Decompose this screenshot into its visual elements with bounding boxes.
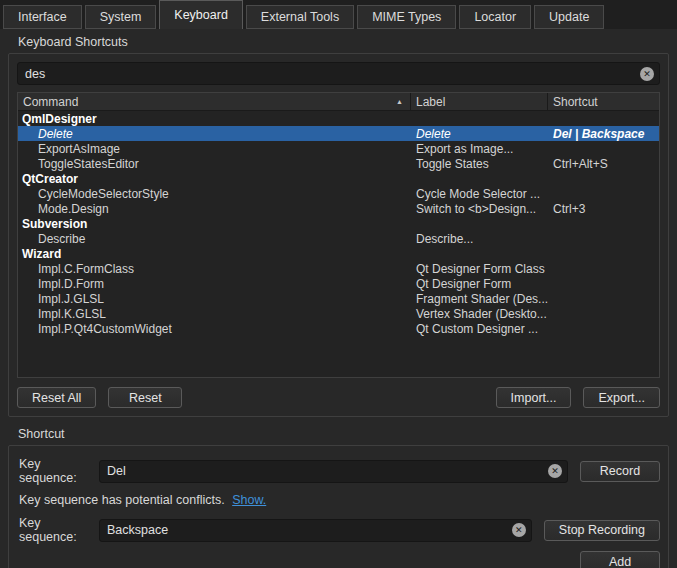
shortcut-group-frame: Key sequence: ✕ Record Key sequence has … [8, 445, 669, 568]
tab-keyboard[interactable]: Keyboard [159, 0, 243, 29]
cell-shortcut: Ctrl+Alt+S [548, 157, 659, 171]
key-sequence-label-1: Key sequence: [17, 457, 99, 485]
key-sequence-wrap-2: ✕ [99, 519, 532, 542]
clear-search-icon[interactable]: ✕ [640, 67, 654, 81]
column-header-command-label: Command [23, 95, 78, 109]
shortcut-group-title: Shortcut [8, 425, 669, 445]
conflict-warning: Key sequence has potential conflicts. Sh… [17, 485, 660, 513]
export-button[interactable]: Export... [583, 387, 660, 408]
stop-recording-button[interactable]: Stop Recording [544, 520, 660, 541]
table-row[interactable]: DescribeDescribe... [18, 231, 659, 246]
conflict-warning-text: Key sequence has potential conflicts. [19, 493, 225, 507]
table-row[interactable]: Impl.P.Qt4CustomWidgetQt Custom Designer… [18, 321, 659, 336]
column-header-shortcut[interactable]: Shortcut [548, 93, 659, 110]
column-header-shortcut-label: Shortcut [553, 95, 598, 109]
cell-command: Impl.C.FormClass [18, 262, 411, 276]
cell-command: Impl.J.GLSL [18, 292, 411, 306]
tab-external-tools[interactable]: External Tools [246, 5, 354, 29]
table-row[interactable]: Mode.DesignSwitch to <b>Design...Ctrl+3 [18, 201, 659, 216]
table-row[interactable]: Impl.D.FormQt Designer Form [18, 276, 659, 291]
clear-key-sequence-icon-1[interactable]: ✕ [548, 464, 562, 478]
cell-label: Toggle States [411, 157, 548, 171]
cell-shortcut: Del | Backspace [548, 127, 659, 141]
key-sequence-input-1[interactable] [99, 460, 568, 483]
cell-label: Fragment Shader (Des... [411, 292, 548, 306]
column-header-label-label: Label [416, 95, 445, 109]
table-row[interactable]: CycleModeSelectorStyleCycle Mode Selecto… [18, 186, 659, 201]
table-row[interactable]: Impl.J.GLSLFragment Shader (Des... [18, 291, 659, 306]
shortcuts-table-header: Command ▲ Label Shortcut [18, 93, 659, 111]
table-buttons-row: Reset All Reset Import... Export... [17, 387, 660, 408]
cell-label: Delete [411, 127, 548, 141]
cell-command: Impl.D.Form [18, 277, 411, 291]
cell-label: Switch to <b>Design... [411, 202, 548, 216]
add-button-row: Add [17, 551, 660, 568]
cell-command: Impl.P.Qt4CustomWidget [18, 322, 411, 336]
tab-locator[interactable]: Locator [459, 5, 531, 29]
table-row[interactable]: Impl.C.FormClassQt Designer Form Class [18, 261, 659, 276]
cell-shortcut: Ctrl+3 [548, 202, 659, 216]
cell-label: Vertex Shader (Deskto... [411, 307, 548, 321]
cell-command: Impl.K.GLSL [18, 307, 411, 321]
cell-command: Delete [18, 127, 411, 141]
keyboard-shortcuts-groupbox: Keyboard Shortcuts ✕ Command ▲ Label Sho… [8, 33, 669, 417]
key-sequence-row-1: Key sequence: ✕ Record [17, 457, 660, 485]
keyboard-shortcuts-frame: ✕ Command ▲ Label Shortcut QmlDesignerDe… [8, 53, 669, 417]
cell-command: Mode.Design [18, 202, 411, 216]
tab-interface[interactable]: Interface [3, 5, 82, 29]
key-sequence-row-2: Key sequence: ✕ Stop Recording [17, 516, 660, 544]
cell-label: Export as Image... [411, 142, 548, 156]
reset-button[interactable]: Reset [108, 387, 182, 408]
key-sequence-wrap-1: ✕ [99, 460, 568, 483]
cell-command: ToggleStatesEditor [18, 157, 411, 171]
column-header-command[interactable]: Command ▲ [18, 93, 411, 110]
cell-command: Wizard [18, 247, 411, 261]
preferences-dialog: InterfaceSystemKeyboardExternal ToolsMIM… [0, 0, 677, 568]
tab-system[interactable]: System [85, 5, 157, 29]
show-conflicts-link[interactable]: Show. [232, 493, 266, 507]
table-group-row[interactable]: QmlDesigner [18, 111, 659, 126]
column-header-label[interactable]: Label [411, 93, 548, 110]
cell-command: CycleModeSelectorStyle [18, 187, 411, 201]
table-row[interactable]: Impl.K.GLSLVertex Shader (Deskto... [18, 306, 659, 321]
cell-label: Cycle Mode Selector ... [411, 187, 548, 201]
buttons-spacer [194, 387, 483, 408]
table-group-row[interactable]: Subversion [18, 216, 659, 231]
cell-label: Describe... [411, 232, 548, 246]
shortcut-filter-wrap: ✕ [17, 62, 660, 85]
reset-all-button[interactable]: Reset All [17, 387, 96, 408]
keyboard-shortcuts-title: Keyboard Shortcuts [8, 33, 669, 53]
settings-tabbar: InterfaceSystemKeyboardExternal ToolsMIM… [0, 0, 677, 29]
cell-command: QtCreator [18, 172, 411, 186]
shortcut-groupbox: Shortcut Key sequence: ✕ Record Key sequ… [8, 425, 669, 568]
tab-mime-types[interactable]: MIME Types [357, 5, 456, 29]
shortcut-filter-input[interactable] [17, 62, 660, 85]
cell-command: Subversion [18, 217, 411, 231]
key-sequence-input-2[interactable] [99, 519, 532, 542]
table-row[interactable]: DeleteDeleteDel | Backspace [18, 126, 659, 141]
cell-label: Qt Designer Form [411, 277, 548, 291]
table-row[interactable]: ToggleStatesEditorToggle StatesCtrl+Alt+… [18, 156, 659, 171]
table-row[interactable]: ExportAsImageExport as Image... [18, 141, 659, 156]
import-button[interactable]: Import... [496, 387, 572, 408]
shortcuts-table-body: QmlDesignerDeleteDeleteDel | BackspaceEx… [18, 111, 659, 377]
table-group-row[interactable]: Wizard [18, 246, 659, 261]
cell-command: Describe [18, 232, 411, 246]
add-button[interactable]: Add [580, 551, 660, 568]
sort-ascending-icon: ▲ [396, 98, 405, 105]
record-button[interactable]: Record [580, 461, 660, 482]
clear-key-sequence-icon-2[interactable]: ✕ [512, 523, 526, 537]
table-group-row[interactable]: QtCreator [18, 171, 659, 186]
key-sequence-label-2: Key sequence: [17, 516, 99, 544]
shortcuts-table: Command ▲ Label Shortcut QmlDesignerDele… [17, 92, 660, 378]
cell-label: Qt Designer Form Class [411, 262, 548, 276]
cell-command: QmlDesigner [18, 112, 411, 126]
cell-command: ExportAsImage [18, 142, 411, 156]
tab-update[interactable]: Update [534, 5, 604, 29]
cell-label: Qt Custom Designer ... [411, 322, 548, 336]
